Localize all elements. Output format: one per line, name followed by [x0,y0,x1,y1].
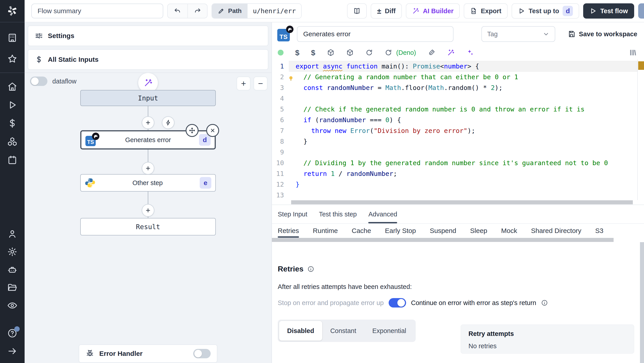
resource-picker-icon[interactable]: $ [311,48,315,57]
variables-dollar-icon[interactable] [7,118,18,128]
package-icon[interactable] [327,49,334,56]
code-line-11[interactable]: 11 return 1 / randomNumber; [272,168,644,179]
tab-test-this-step[interactable]: Test this step [319,205,357,223]
editor-horizontal-scrollbar[interactable] [272,200,644,205]
format-brush-icon[interactable] [428,49,435,56]
favorites-star-icon[interactable] [7,54,18,64]
typescript-deno-badge: TS [86,134,97,146]
scrollbar-thumb[interactable] [291,200,633,204]
subtab-early-stop[interactable]: Early Stop [385,224,416,238]
user-icon[interactable] [7,229,18,239]
code-line-13[interactable]: 13 [272,190,644,200]
step-node-other-step[interactable]: Other step e [80,174,216,192]
code-line-6[interactable]: 6 if (randomNumber === 0) { [272,115,644,125]
docs-book-button[interactable] [347,3,367,19]
test-up-to-button[interactable]: Test up to d [512,3,579,19]
zoom-out-button[interactable]: − [254,77,268,90]
error-handler-card[interactable]: Error Handler [79,344,217,363]
help-icon[interactable] [7,328,18,338]
subtabs-scrollbar[interactable] [272,238,644,242]
retry-mode-disabled[interactable]: Disabled [279,321,322,341]
diff-button[interactable]: ± Diff [371,3,402,19]
retry-mode-constant[interactable]: Constant [322,321,364,341]
package-lock-icon[interactable] [346,49,354,56]
flow-summary-input[interactable] [31,4,163,18]
save-to-workspace-button[interactable]: Save to workspace [568,30,637,38]
lightbulb-icon[interactable] [288,74,294,80]
subtab-runtime[interactable]: Runtime [313,224,338,238]
resources-cubes-icon[interactable] [7,137,18,147]
code-line-4[interactable]: 4 [272,93,644,104]
schedules-calendar-icon[interactable] [7,155,18,165]
ai-sparkles-icon[interactable] [466,49,474,56]
code-editor[interactable]: 1export async function main(): Promise<n… [272,60,644,200]
code-line-12[interactable]: 12} [272,179,644,190]
retry-mode-exponential[interactable]: Exponential [364,321,414,341]
input-node[interactable]: Input [80,90,216,106]
settings-gear-icon[interactable] [7,247,18,257]
ai-wand-icon[interactable] [447,49,454,56]
delete-step-button[interactable] [206,124,219,137]
subtab-mock[interactable]: Mock [501,224,517,238]
path-edit-button[interactable]: Path [212,4,248,18]
deploy-button-partial[interactable] [638,3,644,19]
tab-step-input[interactable]: Step Input [278,205,307,223]
subtab-sleep[interactable]: Sleep [470,224,487,238]
move-step-button[interactable] [186,124,198,137]
code-line-9[interactable]: 9 [272,147,644,158]
dataflow-toggle[interactable] [30,77,48,86]
ai-builder-button[interactable]: AI Builder [406,3,460,19]
test-up-to-step-badge[interactable]: d [562,6,573,16]
runs-play-icon[interactable] [7,100,18,110]
diff-label: Diff [385,8,396,15]
test-flow-button[interactable]: Test flow [583,3,634,19]
step-name-input[interactable] [297,26,454,42]
advanced-vertical-scrollbar[interactable] [640,242,644,363]
insert-step-button-3[interactable] [142,204,154,217]
subtab-retries[interactable]: Retries [278,224,299,238]
undo-button[interactable] [168,4,188,18]
subtab-shared-directory[interactable]: Shared Directory [531,224,582,238]
path-value[interactable]: u/henri/err [248,4,301,18]
folders-icon[interactable] [7,282,18,293]
trigger-bolt-button[interactable] [162,116,174,129]
error-handler-toggle[interactable] [193,349,211,358]
code-line-10[interactable]: 10 // Dividing 1 by the generated random… [272,158,644,168]
audit-eye-icon[interactable] [7,300,18,311]
code-line-5[interactable]: 5 // Check if the generated random numbe… [272,104,644,115]
info-icon[interactable] [541,299,548,306]
redo-button[interactable] [188,4,207,18]
all-static-inputs-card[interactable]: All Static Inputs [28,49,268,70]
reload-deno-icon[interactable] [384,49,392,56]
info-icon[interactable] [308,266,314,272]
export-button[interactable]: Export [464,3,508,19]
continue-on-error-toggle[interactable] [389,298,406,307]
variable-picker-icon[interactable]: $ [295,48,300,57]
insert-step-button-1[interactable] [142,116,154,129]
code-line-2[interactable]: 2 // Generating a random number that can… [272,72,644,82]
code-line-7[interactable]: 7 throw new Error("Division by zero erro… [272,125,644,136]
workspace-icon[interactable] [7,33,18,43]
flow-settings-card[interactable]: Settings [28,26,268,46]
subtab-suspend[interactable]: Suspend [430,224,456,238]
code-line-8[interactable]: 8 } [272,136,644,147]
workers-robot-icon[interactable] [7,264,18,275]
tag-select[interactable]: Tag [482,26,555,42]
scrollbar-thumb[interactable] [640,242,644,363]
reload-icon[interactable] [366,49,373,56]
collapse-arrow-icon[interactable] [7,346,18,356]
subtab-cache[interactable]: Cache [352,224,371,238]
home-icon[interactable] [7,82,18,92]
subtab-s3[interactable]: S3 [595,224,604,238]
code-line-3[interactable]: 3 const randomNumber = Math.floor(Math.r… [272,82,644,93]
zoom-in-button[interactable]: + [236,77,250,90]
windmill-logo[interactable] [0,0,24,22]
scrollbar-thumb[interactable] [272,238,614,242]
tab-advanced[interactable]: Advanced [368,205,397,223]
line-number: 9 [272,147,289,158]
result-node[interactable]: Result [80,218,216,235]
ai-flow-wand-button[interactable] [138,73,158,93]
insert-step-button-2[interactable] [142,162,154,175]
library-icon[interactable] [629,49,636,56]
code-line-1[interactable]: 1export async function main(): Promise<n… [272,61,644,72]
